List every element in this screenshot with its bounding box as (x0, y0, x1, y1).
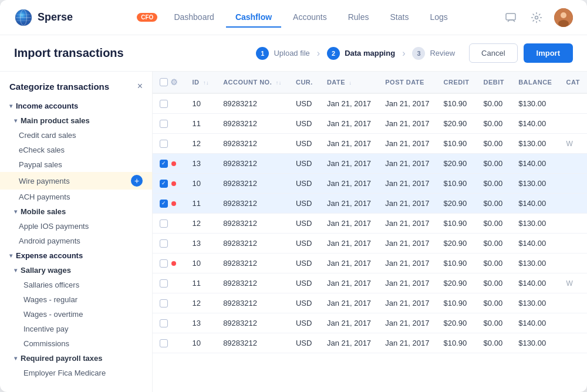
row-checkbox[interactable] (160, 100, 168, 108)
settings-icon[interactable] (528, 9, 545, 26)
sidebar-item-sallaries-officers[interactable]: Sallaries officers (0, 278, 152, 292)
row-checkbox[interactable] (160, 339, 168, 347)
user-avatar[interactable] (554, 8, 573, 27)
row-checkbox[interactable] (160, 259, 168, 268)
sidebar: Categorize transactions × ▾ Income accou… (0, 72, 153, 392)
main-content: ⚙ ID ↑↓ ACCOUNT NO. ↑↓ CUR. DAT (153, 72, 587, 392)
row-balance: $130.00 (511, 93, 559, 114)
row-id: 11 (185, 114, 217, 134)
select-all-checkbox[interactable] (160, 78, 168, 86)
sidebar-item-sallary-wages[interactable]: ▾ Sallary wages (0, 263, 152, 278)
row-checkbox-cell (153, 134, 185, 154)
sallary-wages-label: Sallary wages (21, 266, 71, 275)
row-date: Jan 21, 2017 (320, 174, 378, 194)
row-checkbox[interactable] (160, 219, 168, 228)
sidebar-item-main-product-sales[interactable]: ▾ Main product sales (0, 113, 152, 128)
table-row: 10 89283212 USD Jan 21, 2017 Jan 21, 201… (153, 174, 587, 194)
row-credit: $10.90 (437, 174, 477, 194)
sidebar-item-commissions[interactable]: Commissions (0, 336, 152, 351)
row-checkbox[interactable] (160, 319, 168, 327)
row-checkbox[interactable] (160, 279, 168, 288)
row-date: Jan 21, 2017 (320, 114, 378, 134)
sidebar-item-expense-accounts[interactable]: ▾ Expense accounts (0, 248, 152, 263)
sidebar-item-credit-card-sales[interactable]: Credit card sales (0, 128, 152, 143)
sidebar-item-paypal-sales[interactable]: Paypal sales (0, 157, 152, 172)
table-row: 12 89283212 USD Jan 21, 2017 Jan 21, 201… (153, 214, 587, 234)
import-button[interactable]: Import (524, 43, 573, 63)
wire-payments-label: Wire payments (19, 177, 70, 185)
row-post-date: Jan 21, 2017 (378, 174, 436, 194)
row-debit: $0.00 (477, 333, 512, 353)
row-checkbox-cell (153, 114, 185, 134)
sidebar-item-apple-ios[interactable]: Apple IOS payments (0, 219, 152, 234)
row-checkbox[interactable] (160, 299, 168, 307)
row-checkbox-cell (153, 93, 185, 114)
sidebar-item-incentive-pay[interactable]: Incentive pay (0, 322, 152, 336)
sidebar-item-employer-fica[interactable]: Employer Fica Medicare (0, 366, 152, 380)
tab-accounts[interactable]: Accounts (284, 8, 336, 28)
tab-rules[interactable]: Rules (339, 8, 379, 28)
row-checkbox[interactable] (160, 140, 168, 148)
row-checkbox-cell (153, 174, 185, 194)
th-credit: CREDIT (437, 72, 477, 93)
income-accounts-label: Income accounts (16, 102, 78, 110)
tab-stats[interactable]: Stats (381, 8, 419, 28)
row-post-date: Jan 21, 2017 (378, 214, 436, 234)
row-cur: USD (289, 333, 320, 353)
row-checkbox[interactable] (160, 200, 168, 208)
th-date: DATE ↓ (320, 72, 378, 93)
sidebar-item-wages-regular[interactable]: Wages - regular (0, 292, 152, 307)
row-cat (559, 254, 587, 273)
row-cur: USD (289, 234, 320, 254)
row-account: 89283212 (216, 293, 289, 313)
apple-ios-label: Apple IOS payments (19, 222, 89, 231)
row-account: 89283212 (216, 154, 289, 174)
row-debit: $0.00 (477, 114, 512, 134)
step-circle-1: 1 (256, 47, 269, 60)
tab-logs[interactable]: Logs (420, 8, 457, 28)
step-label-1: Upload file (274, 49, 309, 58)
body: Categorize transactions × ▾ Income accou… (0, 72, 587, 392)
sidebar-item-echeck-sales[interactable]: eCheck sales (0, 143, 152, 157)
row-checkbox[interactable] (160, 180, 168, 188)
table-wrapper: ⚙ ID ↑↓ ACCOUNT NO. ↑↓ CUR. DAT (153, 72, 587, 392)
sidebar-item-wire-payments[interactable]: Wire payments + (0, 172, 152, 190)
row-debit: $0.00 (477, 313, 512, 333)
sidebar-item-income-accounts[interactable]: ▾ Income accounts (0, 99, 152, 113)
sidebar-item-required-payroll-taxes[interactable]: ▾ Required payroll taxes (0, 351, 152, 366)
row-id: 12 (185, 293, 217, 313)
row-balance: $140.00 (511, 154, 559, 174)
row-date: Jan 21, 2017 (320, 273, 378, 293)
table-row: 10 89283212 USD Jan 21, 2017 Jan 21, 201… (153, 254, 587, 273)
sidebar-close-icon[interactable]: × (137, 81, 143, 92)
th-post-date: POST DATE (378, 72, 436, 93)
sidebar-item-ach-payments[interactable]: ACH payments (0, 190, 152, 204)
sort-icon: ↓ (349, 80, 352, 86)
row-checkbox[interactable] (160, 160, 168, 168)
tab-dashboard[interactable]: Dashboard (164, 8, 224, 28)
sidebar-item-mobile-sales[interactable]: ▾ Mobile sales (0, 204, 152, 219)
row-balance: $140.00 (511, 114, 559, 134)
cancel-button[interactable]: Cancel (469, 43, 517, 63)
row-checkbox-cell (153, 214, 185, 234)
row-debit: $0.00 (477, 154, 512, 174)
column-settings-icon[interactable]: ⚙ (170, 77, 178, 87)
tab-cashflow[interactable]: Cashflow (226, 8, 281, 28)
row-credit: $20.90 (437, 273, 477, 293)
row-checkbox[interactable] (160, 239, 168, 248)
sidebar-item-android-payments[interactable]: Android payments (0, 234, 152, 248)
row-date: Jan 21, 2017 (320, 194, 378, 214)
add-category-button[interactable]: + (131, 175, 143, 187)
row-cur: USD (289, 214, 320, 234)
row-date: Jan 21, 2017 (320, 293, 378, 313)
svg-point-11 (558, 20, 569, 27)
row-checkbox-cell (153, 293, 185, 313)
table-row: 13 89283212 USD Jan 21, 2017 Jan 21, 201… (153, 313, 587, 333)
chevron-icon: ▾ (14, 267, 17, 273)
cfo-badge[interactable]: CFO (137, 13, 157, 22)
sidebar-item-wages-overtime[interactable]: Wages - overtime (0, 307, 152, 322)
row-post-date: Jan 21, 2017 (378, 234, 436, 254)
messages-icon[interactable] (502, 9, 519, 26)
row-checkbox[interactable] (160, 120, 168, 128)
row-checkbox-cell (153, 273, 185, 293)
